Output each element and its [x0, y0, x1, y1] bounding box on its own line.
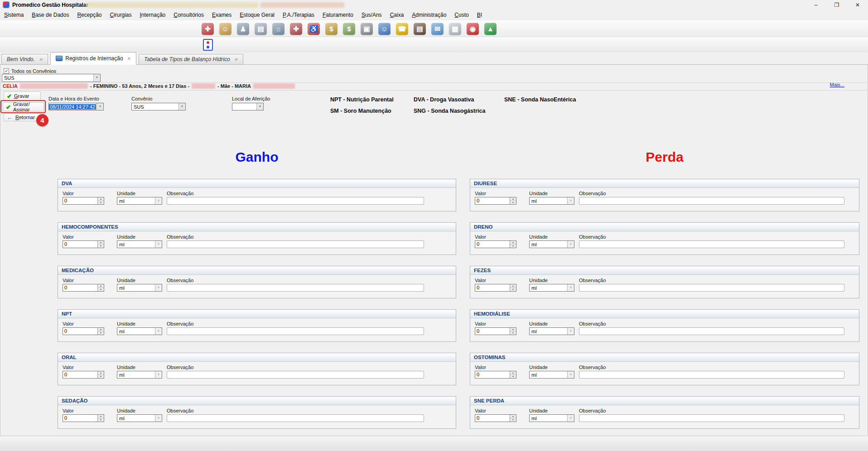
dropdown-arrow-icon[interactable]: ▼ [155, 415, 162, 422]
menu-bi[interactable]: BI [473, 10, 486, 20]
observacao-input[interactable] [579, 284, 844, 292]
unidade-select[interactable]: ml ▼ [529, 371, 574, 379]
dropdown-arrow-icon[interactable]: ▼ [567, 371, 574, 378]
menu-cirurgias[interactable]: Cirurgias [106, 10, 135, 20]
power-icon[interactable]: ◉ [467, 23, 479, 35]
valor-spinner[interactable]: 0 ▲ ▼ [63, 414, 104, 422]
tab-close-icon[interactable]: ✕ [234, 57, 238, 62]
spinner-down-icon[interactable]: ▼ [510, 201, 516, 204]
dropdown-arrow-icon[interactable]: ▼ [256, 103, 263, 110]
observacao-input[interactable] [579, 414, 844, 422]
dropdown-arrow-icon[interactable]: ▼ [155, 241, 162, 248]
valor-spinner[interactable]: 0 ▲ ▼ [475, 197, 516, 205]
unidade-select[interactable]: ml ▼ [117, 284, 162, 292]
convenio-select[interactable]: SUS ▼ [131, 103, 186, 110]
spinner-down-icon[interactable]: ▼ [98, 288, 104, 291]
tab-tabela-tipos-balanco-hidrico[interactable]: Tabela de Tipos de Balanço Hídrico ✕ [139, 54, 243, 64]
spinner-down-icon[interactable]: ▼ [510, 331, 516, 335]
menu-recepcao[interactable]: Recepção [73, 10, 106, 20]
valor-spinner[interactable]: 0 ▲ ▼ [475, 371, 516, 379]
dropdown-arrow-icon[interactable]: ▼ [155, 328, 162, 335]
hospital-bed-icon[interactable]: ⌂ [272, 23, 285, 35]
menu-custo[interactable]: Custo [450, 10, 473, 20]
valor-spinner[interactable]: 0 ▲ ▼ [475, 414, 516, 422]
valor-spinner[interactable]: 0 ▲ ▼ [475, 240, 516, 248]
valor-spinner[interactable]: 0 ▲ ▼ [475, 327, 516, 335]
records-icon[interactable]: ▤ [255, 23, 267, 35]
dropdown-arrow-icon[interactable]: ▼ [155, 197, 162, 204]
wheelchair-icon[interactable]: ♿ [308, 23, 320, 35]
valor-spinner[interactable]: 0 ▲ ▼ [63, 284, 104, 292]
unidade-select[interactable]: ml ▼ [529, 327, 574, 335]
observacao-input[interactable] [579, 327, 844, 335]
spinner-up-icon[interactable]: ▲ [510, 284, 516, 288]
spinner-up-icon[interactable]: ▲ [98, 328, 104, 331]
maximize-button[interactable]: ❐ [826, 0, 847, 10]
chart-icon[interactable]: ▲ [484, 23, 497, 35]
book-icon[interactable]: ▤ [414, 23, 426, 35]
unidade-select[interactable]: ml ▼ [117, 371, 162, 379]
observacao-input[interactable] [167, 371, 424, 379]
menu-exames[interactable]: Exames [208, 10, 236, 20]
mais-link[interactable]: Mais... [830, 82, 844, 87]
spinner-up-icon[interactable]: ▲ [510, 415, 516, 418]
todos-convenios-checkbox[interactable]: ✓ [4, 68, 9, 74]
menu-consultorios[interactable]: Consultórios [169, 10, 208, 20]
dropdown-arrow-icon[interactable]: ▼ [155, 371, 162, 378]
spinner-up-icon[interactable]: ▲ [98, 197, 104, 201]
dropdown-arrow-icon[interactable]: ▼ [93, 74, 100, 82]
observacao-input[interactable] [579, 197, 844, 205]
syringe-icon[interactable]: ✚ [202, 23, 214, 35]
spinner-up-icon[interactable]: ▲ [510, 241, 516, 245]
observacao-input[interactable] [167, 240, 424, 248]
data-hora-field[interactable]: 08/11/2024 14:27:42 ▼ [48, 103, 104, 110]
convenio-filter-select[interactable]: SUS ▼ [2, 74, 101, 82]
unidade-select[interactable]: ml ▼ [529, 284, 574, 292]
valor-spinner[interactable]: 0 ▲ ▼ [63, 327, 104, 335]
calculator-icon[interactable]: ▦ [449, 23, 461, 35]
spinner-up-icon[interactable]: ▲ [510, 371, 516, 375]
tab-bem-vindo[interactable]: Bem Vindo. ✕ [1, 54, 48, 64]
close-button[interactable]: ✕ [847, 0, 868, 10]
billing-icon[interactable]: $ [325, 23, 338, 35]
dropdown-arrow-icon[interactable]: ▼ [178, 103, 185, 110]
local-afericao-select[interactable]: ▼ [232, 103, 264, 110]
spinner-up-icon[interactable]: ▲ [510, 328, 516, 331]
valor-spinner[interactable]: 0 ▲ ▼ [63, 371, 104, 379]
menu-estoque-geral[interactable]: Estoque Geral [236, 10, 279, 20]
ambulance-icon[interactable]: ✚ [290, 23, 302, 35]
admin-users-icon[interactable]: ☺ [378, 23, 391, 35]
doctor-icon[interactable]: ♟ [237, 23, 249, 35]
unidade-select[interactable]: ml ▼ [529, 414, 574, 422]
unidade-select[interactable]: ml ▼ [529, 240, 574, 248]
dropdown-arrow-icon[interactable]: ▼ [567, 197, 574, 204]
menu-internacao[interactable]: Internação [136, 10, 170, 20]
reception-icon[interactable]: ☺ [219, 23, 231, 35]
menu-faturamento[interactable]: Faturamento [318, 10, 357, 20]
unidade-select[interactable]: ml ▼ [117, 197, 162, 205]
chat-icon[interactable]: ✉ [431, 23, 444, 35]
cash-icon[interactable]: $ [343, 23, 355, 35]
menu-caixa[interactable]: Caixa [386, 10, 408, 20]
spinner-down-icon[interactable]: ▼ [510, 375, 516, 378]
spinner-up-icon[interactable]: ▲ [98, 415, 104, 418]
unidade-select[interactable]: ml ▼ [117, 414, 162, 422]
minimize-button[interactable]: – [805, 0, 826, 10]
valor-spinner[interactable]: 0 ▲ ▼ [475, 284, 516, 292]
unidade-select[interactable]: ml ▼ [117, 240, 162, 248]
dropdown-arrow-icon[interactable]: ▼ [96, 103, 103, 110]
unidade-select[interactable]: ml ▼ [529, 197, 574, 205]
tab-close-icon[interactable]: ✕ [39, 57, 43, 62]
spinner-up-icon[interactable]: ▲ [510, 197, 516, 201]
valor-spinner[interactable]: 0 ▲ ▼ [63, 240, 104, 248]
spinner-down-icon[interactable]: ▼ [98, 418, 104, 422]
observacao-input[interactable] [167, 284, 424, 292]
dropdown-arrow-icon[interactable]: ▼ [567, 284, 574, 291]
menu-p-a-terapias[interactable]: P.A./Terapias [279, 10, 318, 20]
observacao-input[interactable] [167, 327, 424, 335]
dropdown-arrow-icon[interactable]: ▼ [567, 415, 574, 422]
dropdown-arrow-icon[interactable]: ▼ [567, 328, 574, 335]
observacao-input[interactable] [579, 371, 844, 379]
spinner-down-icon[interactable]: ▼ [510, 418, 516, 422]
spinner-up-icon[interactable]: ▲ [98, 371, 104, 375]
